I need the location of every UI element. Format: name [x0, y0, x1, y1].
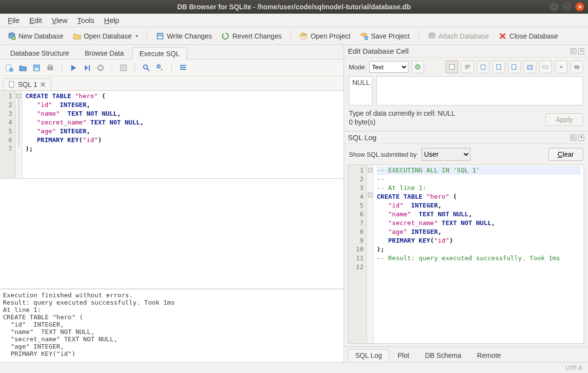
submitter-select[interactable]: User [422, 148, 470, 161]
clear-cell-icon[interactable] [555, 61, 568, 73]
mode-select[interactable]: Text [369, 61, 408, 73]
tab-browse-data[interactable]: Browse Data [78, 47, 131, 59]
undock-log-icon[interactable]: ◱ [570, 135, 576, 141]
find-replace-icon[interactable] [156, 63, 164, 72]
svg-rect-8 [429, 34, 435, 38]
cell-size-info: 0 byte(s) [349, 118, 455, 126]
save-cell-file-icon[interactable] [524, 61, 536, 73]
find-icon[interactable] [142, 63, 151, 72]
edit-cell-title: Edit Database Cell [348, 47, 408, 55]
write-changes-icon [156, 32, 164, 40]
svg-rect-23 [449, 64, 454, 69]
svg-rect-28 [543, 66, 548, 68]
editor-gutter: 1234567 [0, 91, 16, 178]
null-cell-icon[interactable] [539, 61, 552, 73]
fold-column: − [16, 91, 22, 178]
tab-database-structure[interactable]: Database Structure [3, 47, 77, 59]
write-changes-button[interactable]: Write Changes [152, 30, 216, 42]
statusbar: UTF-8 [0, 362, 588, 373]
clear-log-button[interactable]: Clear [548, 148, 583, 161]
close-panel-icon[interactable]: ✕ [578, 48, 584, 54]
apply-button[interactable]: Apply [546, 113, 583, 126]
close-database-button[interactable]: Close Database [495, 30, 562, 42]
indent-icon[interactable] [179, 63, 187, 72]
log-gutter: 123456789101112 [348, 165, 367, 343]
export-cell-icon[interactable] [508, 61, 521, 73]
tab-remote[interactable]: Remote [470, 349, 508, 361]
stop-sql-icon[interactable] [96, 63, 105, 72]
sql-log-header: SQL Log ◱ ✕ [344, 131, 588, 144]
menu-view[interactable]: View [48, 15, 71, 25]
log-content: -- EXECUTING ALL IN 'SQL 1'---- At line … [374, 165, 584, 343]
svg-point-19 [143, 65, 147, 69]
tab-db-schema[interactable]: DB Schema [418, 349, 469, 361]
cell-value-editor[interactable] [376, 76, 583, 105]
sql-log-panel: Show SQL submitted by User Clear 1234567… [344, 144, 588, 362]
window-close-button[interactable]: ✕ [575, 2, 584, 11]
window-maximize-button[interactable]: ▢ [563, 2, 571, 11]
result-output[interactable]: Execution finished without errors. Resul… [0, 289, 344, 362]
revert-changes-button[interactable]: Revert Changes [218, 30, 285, 42]
run-sql-icon[interactable] [69, 63, 78, 72]
svg-point-22 [415, 64, 420, 69]
log-fold-1-icon[interactable]: − [368, 168, 372, 172]
chevron-down-icon[interactable]: ▾ [136, 34, 138, 39]
attach-database-icon [428, 32, 436, 40]
undock-panel-icon[interactable]: ◱ [570, 48, 576, 54]
tab-execute-sql[interactable]: Execute SQL [132, 47, 187, 60]
log-fold-2-icon[interactable]: − [368, 193, 372, 197]
copy-cell-icon[interactable] [477, 61, 489, 73]
paste-cell-icon[interactable] [492, 61, 505, 73]
sql-editor[interactable]: 1234567 − CREATE TABLE "hero" ( "id" INT… [0, 91, 344, 179]
print-sql-icon[interactable] [46, 63, 55, 72]
run-current-line-icon[interactable] [82, 63, 91, 72]
sql-file-icon [8, 81, 15, 88]
edit-cell-header: Edit Database Cell ◱ ✕ [344, 45, 588, 58]
menu-file[interactable]: File [4, 15, 23, 25]
save-sql-icon[interactable] [32, 63, 41, 72]
save-project-icon [360, 32, 368, 40]
open-database-button[interactable]: Open Database ▾ [69, 30, 142, 42]
svg-rect-14 [48, 67, 53, 70]
revert-changes-icon [222, 32, 229, 40]
menu-edit[interactable]: Edit [25, 15, 46, 25]
open-sql-file-icon[interactable] [19, 63, 27, 72]
text-mode-icon[interactable] [446, 61, 458, 73]
save-results-icon[interactable] [119, 63, 128, 72]
tab-plot[interactable]: Plot [390, 349, 417, 361]
menu-help[interactable]: Help [100, 15, 123, 25]
right-bottom-tabs: SQL Log Plot DB Schema Remote [344, 347, 588, 362]
close-tab-icon[interactable]: ✕ [40, 81, 46, 88]
window-minimize-button[interactable]: – [550, 2, 559, 11]
fold-toggle-icon[interactable]: − [17, 94, 21, 98]
tab-sql-log[interactable]: SQL Log [348, 349, 389, 361]
import-cell-icon[interactable] [411, 61, 424, 73]
result-grid[interactable] [0, 179, 344, 289]
editor-content[interactable]: CREATE TABLE "hero" ( "id" INTEGER, "nam… [22, 91, 344, 178]
show-sql-label: Show SQL submitted by [349, 151, 417, 158]
svg-rect-16 [89, 65, 90, 71]
open-project-icon [300, 32, 307, 40]
log-fold-column: − − [367, 165, 374, 343]
new-database-icon: + [8, 32, 16, 40]
save-project-button[interactable]: Save Project [356, 30, 413, 42]
main-tabs: Database Structure Browse Data Execute S… [0, 45, 344, 60]
new-sql-tab-icon[interactable]: + [5, 63, 14, 72]
new-database-button[interactable]: + New Database [4, 30, 67, 42]
print-cell-icon[interactable] [570, 61, 583, 73]
sql-tab-1[interactable]: SQL 1 ✕ [3, 78, 51, 90]
svg-rect-27 [527, 65, 532, 69]
sql-log-editor[interactable]: 123456789101112 − − -- EXECUTING ALL IN … [348, 165, 584, 344]
attach-database-button[interactable]: Attach Database [424, 30, 493, 42]
rtl-text-icon[interactable] [461, 61, 474, 73]
cell-type-info: Type of data currently in cell: NULL [349, 109, 455, 117]
menu-tools[interactable]: Tools [73, 15, 98, 25]
menubar: File Edit View Tools Help [0, 14, 588, 27]
close-database-icon [499, 32, 507, 40]
svg-rect-18 [121, 65, 126, 71]
sql-toolbar: + [0, 60, 344, 76]
svg-rect-6 [365, 37, 368, 40]
svg-rect-13 [35, 68, 39, 70]
open-project-button[interactable]: Open Project [296, 30, 354, 42]
close-log-icon[interactable]: ✕ [578, 135, 584, 141]
